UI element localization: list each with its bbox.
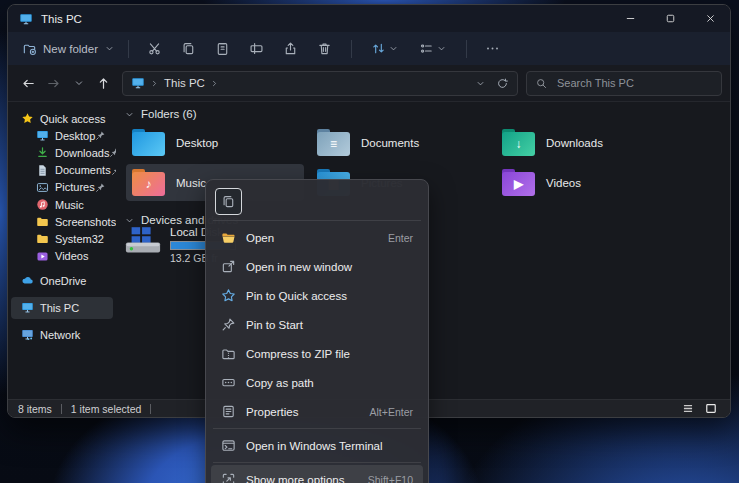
network-icon bbox=[21, 328, 34, 341]
menu-item-pin-to-start[interactable]: Pin to Start bbox=[211, 310, 423, 339]
menu-item-label: Compress to ZIP file bbox=[246, 348, 350, 360]
sidebar-item-desktop[interactable]: Desktop bbox=[11, 127, 113, 144]
desktop-folder-icon bbox=[132, 129, 165, 156]
chevron-down-icon bbox=[124, 109, 135, 120]
copy-button[interactable] bbox=[215, 188, 242, 215]
sidebar-item-system32[interactable]: System32 bbox=[11, 230, 113, 247]
copy-button[interactable] bbox=[174, 36, 204, 62]
delete-button[interactable] bbox=[310, 36, 340, 62]
pictures-icon bbox=[36, 181, 49, 194]
downloads-icon bbox=[36, 146, 49, 159]
folder-tile-label: Music bbox=[176, 177, 206, 189]
large-icons-view-button[interactable] bbox=[702, 401, 720, 416]
menu-item-label: Show more options bbox=[246, 474, 344, 483]
minimize-button[interactable] bbox=[610, 5, 650, 32]
sidebar-item-this-pc[interactable]: This PC bbox=[11, 297, 113, 319]
forward-icon bbox=[46, 76, 61, 91]
window-title: This PC bbox=[41, 13, 82, 25]
folder-tile-videos[interactable]: ▶ Videos bbox=[496, 164, 674, 201]
more-options-button[interactable] bbox=[478, 36, 508, 62]
sidebar-item-quick-access[interactable]: Quick access bbox=[11, 110, 113, 127]
menu-item-open-in-windows-terminal[interactable]: Open in Windows Terminal bbox=[211, 431, 423, 460]
status-separator bbox=[61, 404, 62, 414]
local-disk-icon bbox=[124, 226, 162, 255]
search-input[interactable] bbox=[555, 76, 713, 90]
cut-icon bbox=[147, 41, 162, 56]
pin-icon bbox=[109, 147, 116, 158]
sidebar-item-documents[interactable]: Documents bbox=[11, 162, 113, 179]
new-folder-button[interactable]: New folder bbox=[18, 41, 119, 56]
menu-item-open-in-new-window[interactable]: Open in new window bbox=[211, 252, 423, 281]
recent-locations-button[interactable] bbox=[66, 70, 91, 96]
menu-item-shortcut: Enter bbox=[388, 232, 413, 244]
menu-item-properties[interactable]: Properties Alt+Enter bbox=[211, 397, 423, 426]
chevron-down-icon[interactable] bbox=[475, 78, 486, 89]
chevron-right-icon[interactable] bbox=[150, 79, 159, 88]
sidebar-item-downloads[interactable]: Downloads bbox=[11, 144, 113, 161]
sidebar-item-videos[interactable]: Videos bbox=[11, 248, 113, 265]
toolbar-separator bbox=[351, 40, 352, 58]
sort-button[interactable] bbox=[363, 36, 407, 62]
sidebar-item-pictures[interactable]: Pictures bbox=[11, 179, 113, 196]
chevron-right-icon[interactable] bbox=[210, 79, 219, 88]
pin-icon bbox=[95, 182, 106, 193]
details-view-button[interactable] bbox=[679, 401, 697, 416]
pin-icon bbox=[95, 130, 106, 141]
cut-button[interactable] bbox=[140, 36, 170, 62]
sidebar-item-screenshots[interactable]: Screenshots bbox=[11, 213, 113, 230]
new-folder-icon bbox=[22, 41, 37, 56]
folder-tile-desktop[interactable]: Desktop bbox=[126, 124, 304, 161]
this-pc-icon bbox=[131, 76, 145, 90]
menu-item-label: Pin to Start bbox=[246, 319, 303, 331]
sidebar-item-label: Downloads bbox=[55, 147, 109, 159]
close-icon bbox=[704, 12, 717, 25]
menu-item-open[interactable]: Open Enter bbox=[211, 223, 423, 252]
this-pc-icon bbox=[19, 12, 33, 26]
address-bar-row: This PC bbox=[8, 65, 730, 102]
refresh-icon[interactable] bbox=[496, 77, 509, 90]
videos-folder-icon: ▶ bbox=[502, 169, 535, 196]
open-new-window-icon bbox=[221, 259, 236, 274]
navigation-pane: Quick accessDesktopDownloadsDocumentsPic… bbox=[8, 102, 116, 399]
folder-tile-downloads[interactable]: ↓ Downloads bbox=[496, 124, 674, 161]
folder-tile-documents[interactable]: ≡ Documents bbox=[311, 124, 489, 161]
maximize-button[interactable] bbox=[650, 5, 690, 32]
sidebar-item-label: Network bbox=[40, 329, 80, 341]
folders-section-header[interactable]: Folders (6) bbox=[124, 108, 197, 120]
back-button[interactable] bbox=[16, 70, 41, 96]
sidebar-item-label: System32 bbox=[55, 233, 104, 245]
share-button[interactable] bbox=[276, 36, 306, 62]
more-options-icon bbox=[485, 41, 500, 56]
show-more-icon bbox=[221, 472, 236, 483]
menu-item-pin-to-quick-access[interactable]: Pin to Quick access bbox=[211, 281, 423, 310]
desktop-icon bbox=[36, 129, 49, 142]
sidebar-item-network[interactable]: Network bbox=[11, 324, 113, 346]
title-bar: This PC bbox=[8, 5, 730, 32]
forward-button[interactable] bbox=[41, 70, 66, 96]
folder-tile-label: Downloads bbox=[546, 137, 603, 149]
menu-item-label: Copy as path bbox=[246, 377, 314, 389]
delete-icon bbox=[317, 41, 332, 56]
sidebar-item-onedrive[interactable]: OneDrive bbox=[11, 270, 113, 292]
copy-icon bbox=[221, 194, 236, 209]
toolbar-separator bbox=[466, 40, 467, 58]
context-menu: Open Enter Open in new window Pin to Qui… bbox=[205, 179, 429, 483]
rename-button[interactable] bbox=[242, 36, 272, 62]
copy-path-icon bbox=[221, 375, 236, 390]
address-bar[interactable]: This PC bbox=[122, 71, 518, 96]
close-button[interactable] bbox=[690, 5, 730, 32]
folder-tile-label: Videos bbox=[546, 177, 581, 189]
menu-item-compress-to-zip-file[interactable]: Compress to ZIP file bbox=[211, 339, 423, 368]
music-folder-icon: ♪ bbox=[132, 169, 165, 196]
pin-outline-icon bbox=[221, 317, 236, 332]
menu-item-show-more-options[interactable]: Show more options Shift+F10 bbox=[211, 465, 423, 483]
breadcrumb-this-pc[interactable]: This PC bbox=[164, 77, 205, 89]
paste-button[interactable] bbox=[208, 36, 238, 62]
menu-item-copy-as-path[interactable]: Copy as path bbox=[211, 368, 423, 397]
menu-item-label: Open in new window bbox=[246, 261, 352, 273]
paste-icon bbox=[215, 41, 230, 56]
menu-item-shortcut: Alt+Enter bbox=[370, 406, 413, 418]
sidebar-item-music[interactable]: Music bbox=[11, 196, 113, 213]
view-button[interactable] bbox=[411, 36, 455, 62]
up-button[interactable] bbox=[91, 70, 116, 96]
